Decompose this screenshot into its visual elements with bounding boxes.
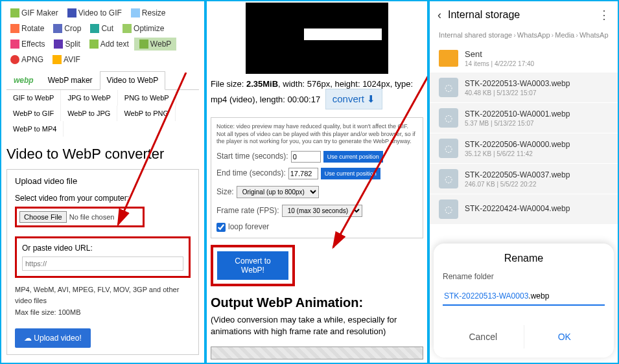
file-row[interactable]: ◌STK-20220424-WA0004.webp [430, 194, 618, 225]
rename-dialog: Rename Rename folder STK-20220513-WA0003… [434, 244, 614, 358]
middle-panel: File size: 2.35MiB, width: 576px, height… [205, 0, 428, 364]
subtab-jpg-to-webp[interactable]: JPG to WebP [61, 90, 117, 106]
tool-add-text[interactable]: Add text [86, 38, 133, 51]
rename-value-selected: STK-20220513-WA0003 [444, 291, 528, 301]
url-label: Or paste video URL: [22, 244, 183, 253]
file-meta: 40.48 KB | 5/13/22 15:07 [465, 89, 570, 97]
size-row: Size: Original (up to 800px) [216, 186, 417, 198]
select-label: Select video from your computer: [15, 194, 191, 203]
back-icon[interactable]: ‹ [438, 8, 441, 22]
tool-rotate[interactable]: Rotate [6, 22, 48, 35]
convert-to-webp-button[interactable]: Convert to WebP! [217, 251, 288, 280]
notice-text: Notice: video preview may have reduced q… [216, 123, 417, 146]
url-input[interactable] [22, 256, 183, 271]
tab-video-to-webp[interactable]: Video to WebP [100, 71, 166, 90]
file-icon: ◌ [439, 199, 458, 219]
ok-button[interactable]: OK [524, 325, 605, 348]
bc-item[interactable]: WhatsAp [579, 31, 609, 39]
bc-item[interactable]: WhatsApp [517, 31, 550, 39]
tool-video-to-gif[interactable]: Video to GIF [64, 6, 126, 19]
tool-split[interactable]: Split [50, 38, 84, 51]
convert-pill[interactable]: convert ⬇ [325, 89, 382, 109]
upload-video-button[interactable]: ☁ Upload video! [15, 328, 91, 348]
help-maxsize: Max file size: 100MB [15, 307, 191, 318]
file-name: STK-20220510-WA0001.webp [465, 109, 570, 119]
subtab-webp-to-gif[interactable]: WebP to GIF [6, 106, 61, 121]
tool-cut[interactable]: Cut [86, 22, 117, 35]
tool-webp[interactable]: WebP [134, 38, 176, 51]
brand-logo: webp [6, 71, 41, 89]
tool-gif-maker[interactable]: GIF Maker [6, 6, 62, 19]
folder-meta: 14 items | 4/22/22 17:40 [465, 60, 534, 67]
use-current-start-button[interactable]: Use current position [323, 151, 383, 163]
tool-optimize[interactable]: Optimize [119, 22, 168, 35]
tool-crop[interactable]: Crop [49, 22, 85, 35]
progress-bar [211, 347, 423, 359]
use-current-end-button[interactable]: Use current position [321, 168, 380, 179]
tool-row-3: Effects Split Add text WebP [6, 38, 199, 51]
rename-label: Rename folder [443, 272, 605, 281]
end-time-input[interactable] [288, 168, 318, 179]
loop-checkbox[interactable] [216, 223, 226, 232]
breadcrumb[interactable]: Internal shared storage›WhatsApp›Media›W… [430, 28, 618, 44]
tool-label: Video to GIF [78, 8, 122, 17]
bc-item[interactable]: Internal shared storage [439, 31, 512, 39]
subtab-webp-to-png[interactable]: WebP to PNG [117, 106, 176, 121]
fps-label: Frame rate (FPS): [216, 206, 279, 216]
choose-file-button[interactable]: Choose File [19, 211, 67, 223]
loop-label: loop forever [228, 222, 269, 233]
video-preview[interactable] [246, 3, 388, 74]
subtab-png-to-webp[interactable]: PNG to WebP [118, 90, 176, 106]
notice-box: Notice: video preview may have reduced q… [211, 117, 423, 238]
storage-title: Internal storage [448, 9, 520, 21]
folder-row[interactable]: Sent 14 items | 4/22/22 17:40 [430, 44, 618, 73]
subtab-gif-to-webp[interactable]: GIF to WebP [6, 90, 61, 106]
rename-input[interactable]: STK-20220513-WA0003.webp [443, 288, 605, 306]
tool-label: Split [65, 40, 80, 49]
file-row[interactable]: ◌STK-20220506-WA0000.webp35.12 KB | 5/6/… [430, 133, 618, 164]
tab-webp-maker[interactable]: WebP maker [41, 71, 100, 89]
tool-label: Add text [100, 40, 129, 49]
bc-item[interactable]: Media [555, 31, 574, 39]
start-time-input[interactable] [291, 151, 321, 163]
tool-label: GIF Maker [21, 8, 58, 17]
convert-highlight: Convert to WebP! [211, 245, 295, 286]
tool-label: WebP [150, 40, 171, 49]
left-panel: GIF Maker Video to GIF Resize Rotate Cro… [0, 0, 205, 364]
upload-box: Upload video file Select video from your… [6, 169, 199, 355]
tool-label: Resize [142, 8, 166, 17]
file-meta: 5.37 MB | 5/13/22 15:07 [465, 120, 570, 127]
tool-label: Optimize [134, 24, 164, 33]
file-row[interactable]: ◌STK-20220505-WA0037.webp246.07 KB | 5/5… [430, 164, 618, 194]
file-row[interactable]: ◌STK-20220513-WA0003.webp40.48 KB | 5/13… [430, 73, 618, 103]
meta-size: 2.35MiB [246, 79, 278, 89]
file-meta: File size: 2.35MiB, width: 576px, height… [207, 78, 427, 111]
tool-avif[interactable]: AVIF [49, 53, 84, 66]
menu-icon[interactable]: ⋮ [598, 8, 610, 22]
subtab-webp-to-jpg[interactable]: WebP to JPG [61, 106, 117, 121]
tool-apng[interactable]: APNG [6, 53, 47, 66]
subtabs-row1: GIF to WebP JPG to WebP PNG to WebP [6, 90, 199, 106]
file-icon: ◌ [439, 169, 458, 188]
file-row[interactable]: ◌STK-20220510-WA0001.webp5.37 MB | 5/13/… [430, 103, 618, 133]
size-label: Size: [216, 187, 234, 198]
fps-select[interactable]: 10 (max 30 seconds) [282, 205, 362, 217]
url-box-highlight: Or paste video URL: [15, 236, 191, 278]
file-meta: 35.12 KB | 5/6/22 11:42 [465, 150, 570, 157]
tool-label: Rotate [21, 24, 44, 33]
file-name: STK-20220513-WA0003.webp [465, 79, 570, 88]
tool-resize[interactable]: Resize [127, 6, 170, 19]
no-file-text: No file chosen [69, 213, 115, 221]
subtab-webp-to-mp4[interactable]: WebP to MP4 [6, 121, 64, 137]
end-time-row: End time (seconds): Use current position [216, 168, 417, 179]
size-select[interactable]: Original (up to 800px) [237, 186, 319, 198]
tool-label: Effects [21, 40, 45, 49]
subtabs-row3: WebP to MP4 [6, 121, 199, 137]
start-time-row: Start time (seconds): Use current positi… [216, 151, 417, 163]
tool-label: AVIF [64, 55, 80, 64]
loop-row: loop forever [216, 222, 417, 233]
cancel-button[interactable]: Cancel [443, 325, 524, 348]
storage-header: ‹ Internal storage ⋮ [430, 1, 618, 28]
file-name: STK-20220505-WA0037.webp [465, 170, 570, 179]
tool-effects[interactable]: Effects [6, 38, 49, 51]
